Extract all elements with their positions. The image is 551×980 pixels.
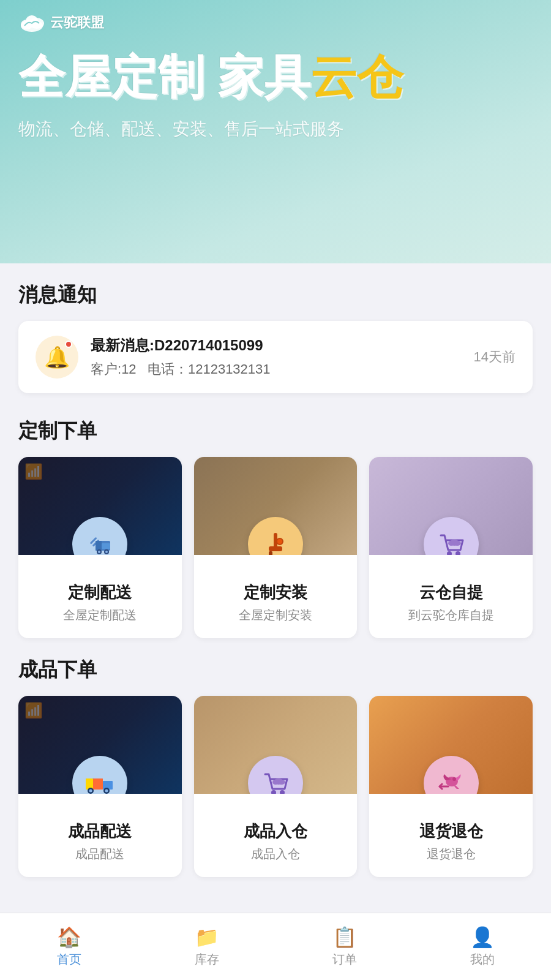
app-name: 云驼联盟	[50, 13, 104, 32]
custom-order-section: 定制下单 📶	[0, 399, 551, 644]
logo-icon	[18, 12, 45, 33]
profile-icon: 👤	[470, 925, 495, 949]
nav-inventory[interactable]: 📁 库存	[138, 913, 276, 980]
delivery-desc: 全屋定制配送	[28, 607, 172, 624]
return-bird-icon	[436, 768, 467, 794]
svg-point-36	[452, 777, 456, 781]
delivery-info: 定制配送 全屋定制配送	[18, 555, 182, 638]
svg-rect-14	[269, 546, 282, 551]
svg-point-30	[271, 790, 276, 794]
service-card-delivery[interactable]: 📶	[18, 457, 182, 638]
banner-title: 全屋定制 家具云仓	[18, 51, 533, 103]
notification-card[interactable]: 🔔 最新消息:D220714015099 客户:12 电话：1212313213…	[18, 321, 533, 393]
svg-point-27	[89, 790, 92, 793]
notification-section-title: 消息通知	[18, 282, 533, 309]
svg-rect-8	[102, 543, 110, 549]
notification-section: 消息通知 🔔 最新消息:D220714015099 客户:12 电话：12123…	[0, 263, 551, 399]
install-card-bg	[194, 457, 358, 555]
svg-rect-7	[96, 541, 102, 551]
nav-home[interactable]: 🏠 首页	[0, 913, 138, 980]
banner-title-white: 全屋定制 家具	[18, 51, 310, 103]
customer-id: 12	[121, 361, 136, 377]
phone-label: 电话：	[148, 361, 188, 377]
notification-icon-wrap: 🔔	[36, 336, 78, 379]
install-info: 定制安装 全屋定制安装	[194, 555, 358, 638]
finished-card-warehouse[interactable]: 成品入仓 成品入仓	[194, 696, 358, 877]
wifi-decoration: 📶	[24, 463, 43, 480]
finished-order-grid: 📶 成	[18, 696, 533, 877]
nav-orders[interactable]: 📋 订单	[276, 913, 413, 980]
finished-delivery-info: 成品配送 成品配送	[18, 794, 182, 877]
inventory-icon: 📁	[195, 925, 219, 949]
finished-order-section: 成品下单 📶	[0, 644, 551, 883]
svg-point-33	[272, 780, 279, 785]
warehouse-info: 成品入仓 成品入仓	[194, 794, 358, 877]
svg-rect-15	[269, 551, 272, 555]
service-card-pickup[interactable]: 云仓自提 到云驼仓库自提	[369, 457, 533, 638]
notification-order-id: D220714015099	[154, 337, 263, 353]
svg-point-12	[105, 551, 108, 553]
notification-dot	[65, 341, 72, 348]
custom-order-grid: 📶	[18, 457, 533, 638]
finished-delivery-icon	[72, 756, 127, 794]
delivery-card-bg: 📶	[18, 457, 182, 555]
svg-point-16	[277, 538, 283, 545]
logo-area: 云驼联盟	[18, 12, 533, 33]
custom-order-title: 定制下单	[18, 418, 533, 445]
finished-card-delivery[interactable]: 📶 成	[18, 696, 182, 877]
finished-delivery-bg: 📶	[18, 696, 182, 794]
pickup-info: 云仓自提 到云驼仓库自提	[369, 555, 533, 638]
install-tool-icon	[260, 529, 291, 555]
warehouse-icon-circle	[248, 756, 303, 794]
delivery-truck-icon	[84, 532, 115, 555]
delivery-name: 定制配送	[28, 582, 172, 603]
pickup-name: 云仓自提	[379, 582, 523, 603]
finished-truck-icon	[83, 771, 116, 794]
phone-number: 12123132131	[188, 361, 271, 377]
pickup-card-bg	[369, 457, 533, 555]
pickup-cart-icon	[436, 529, 467, 555]
notification-time: 14天前	[474, 348, 515, 366]
bell-icon: 🔔	[44, 345, 70, 369]
finished-delivery-desc: 成品配送	[28, 846, 172, 862]
nav-inventory-label: 库存	[195, 951, 219, 968]
pickup-desc: 到云驼仓库自提	[379, 607, 523, 624]
finished-card-return[interactable]: 退货退仓 退货退仓	[369, 696, 533, 877]
pickup-icon-circle	[424, 517, 479, 555]
return-info: 退货退仓 退货退仓	[369, 794, 533, 877]
finished-delivery-name: 成品配送	[28, 821, 172, 842]
notification-body: 最新消息:D220714015099 客户:12 电话：12123132131	[91, 336, 462, 379]
notification-title: 最新消息:D220714015099	[91, 336, 462, 355]
warehouse-cart-icon	[260, 768, 291, 794]
return-desc: 退货退仓	[379, 846, 523, 862]
banner-title-yellow: 云仓	[310, 51, 403, 103]
notification-detail: 客户:12 电话：12123132131	[91, 360, 462, 379]
return-card-bg	[369, 696, 533, 794]
orders-icon: 📋	[332, 925, 357, 949]
warehouse-name: 成品入仓	[204, 821, 348, 842]
banner-subtitle: 物流、仓储、配送、安装、售后一站式服务	[18, 118, 533, 141]
service-card-install[interactable]: 定制安装 全屋定制安装	[194, 457, 358, 638]
return-name: 退货退仓	[379, 821, 523, 842]
bottom-nav: 🏠 首页 📁 库存 📋 订单 👤 我的	[0, 913, 551, 980]
svg-point-10	[98, 551, 100, 553]
nav-orders-label: 订单	[332, 951, 357, 968]
header-banner: 云驼联盟 全屋定制 家具云仓 物流、仓储、配送、安装、售后一站式服务	[0, 0, 551, 263]
svg-rect-25	[93, 778, 103, 790]
svg-point-21	[454, 541, 461, 546]
warehouse-card-bg	[194, 696, 358, 794]
install-icon-circle	[248, 517, 303, 555]
install-desc: 全屋定制安装	[204, 607, 348, 624]
nav-home-label: 首页	[57, 951, 81, 968]
svg-point-29	[105, 790, 108, 793]
svg-point-20	[448, 541, 454, 546]
nav-profile-label: 我的	[470, 951, 495, 968]
notification-latest-label: 最新消息:	[91, 337, 154, 353]
wifi-decoration-2: 📶	[24, 702, 43, 719]
main-content: 消息通知 🔔 最新消息:D220714015099 客户:12 电话：12123…	[0, 263, 551, 957]
delivery-icon-circle	[72, 517, 127, 555]
svg-point-17	[447, 551, 452, 555]
return-icon-circle	[424, 756, 479, 794]
nav-profile[interactable]: 👤 我的	[413, 913, 551, 980]
svg-rect-24	[86, 778, 93, 790]
